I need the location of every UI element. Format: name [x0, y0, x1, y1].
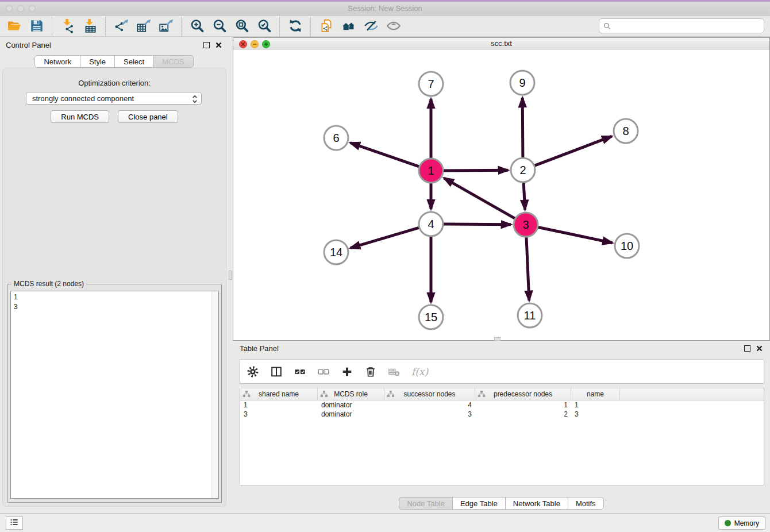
show-all-button[interactable] [384, 17, 403, 36]
horizontal-splitter-handle[interactable] [494, 337, 500, 341]
table-cell-mcds-role[interactable]: dominator [318, 410, 384, 419]
graph-edge-2-9[interactable] [522, 98, 523, 157]
graph-edge-4-14[interactable] [351, 228, 419, 248]
unselect-all-columns-button[interactable] [316, 364, 331, 379]
duplicate-network-button[interactable] [317, 17, 336, 36]
graph-edge-1-6[interactable] [351, 143, 419, 167]
graph-edge-3-1[interactable] [444, 178, 515, 218]
import-network-button[interactable] [58, 17, 77, 36]
zoom-out-button[interactable] [210, 17, 229, 36]
graph-node-4[interactable]: 4 [419, 212, 443, 236]
float-icon[interactable] [744, 345, 750, 352]
zoom-in-button[interactable] [187, 17, 206, 36]
run-mcds-button[interactable]: Run MCDS [51, 110, 109, 123]
graph-edge-3-10[interactable] [538, 228, 613, 243]
column-header-name[interactable]: name [571, 388, 620, 400]
select-all-columns-button[interactable] [292, 364, 307, 379]
graph-node-1[interactable]: 1 [419, 159, 443, 183]
tab-motifs[interactable]: Motifs [568, 497, 604, 510]
table-row[interactable]: 1dominator411 [240, 400, 764, 410]
tab-node-table[interactable]: Node Table [399, 497, 453, 510]
fit-content-button[interactable] [232, 17, 251, 36]
table-cell-name[interactable]: 3 [571, 410, 620, 419]
graph-node-7[interactable]: 7 [419, 72, 443, 96]
table-cell-predecessor-nodes[interactable]: 1 [475, 400, 571, 410]
network-window-titlebar[interactable]: scc.txt [233, 38, 769, 51]
table-cell-mcds-role[interactable]: dominator [318, 400, 384, 410]
close-panel-button[interactable]: Close panel [118, 110, 178, 123]
network-graph: 1234678910111415 [233, 50, 769, 340]
graph-edge-2-3[interactable] [523, 183, 525, 210]
graph-node-10[interactable]: 10 [615, 234, 639, 258]
table-cell-name[interactable]: 1 [571, 400, 620, 410]
save-session-icon [29, 18, 44, 33]
toolbar-group [187, 17, 274, 36]
table-cell-shared-name[interactable]: 3 [240, 410, 318, 419]
tab-mcds[interactable]: MCDS [153, 55, 193, 68]
control-panel-title: Control Panel [6, 41, 51, 49]
tab-style[interactable]: Style [80, 55, 115, 68]
mcds-result-text[interactable]: 1 3 [10, 291, 219, 499]
delete-columns-button[interactable] [363, 364, 378, 379]
close-icon[interactable] [756, 345, 763, 352]
network-canvas[interactable]: 1234678910111415 [233, 50, 769, 340]
mcds-result-title: MCDS result (2 nodes) [11, 280, 86, 288]
column-label: predecessor nodes [494, 390, 552, 398]
float-icon[interactable] [203, 42, 210, 48]
graph-node-label: 4 [428, 218, 434, 230]
column-settings-button[interactable] [245, 364, 260, 379]
graph-edge-2-8[interactable] [535, 136, 612, 165]
graph-edge-4-3[interactable] [444, 224, 511, 225]
import-table-button[interactable] [80, 17, 99, 36]
close-icon[interactable] [239, 40, 247, 48]
vertical-splitter-handle[interactable] [229, 271, 232, 280]
graph-node-2[interactable]: 2 [511, 158, 535, 182]
table-tabs: Node TableEdge TableNetwork TableMotifs [233, 497, 770, 510]
first-neighbors-button[interactable] [339, 17, 358, 36]
table-cell-predecessor-nodes[interactable]: 2 [475, 410, 571, 419]
unselect-all-columns-icon [317, 365, 330, 378]
column-header-mcds-role[interactable]: MCDS role [318, 388, 384, 400]
export-table-button[interactable] [134, 17, 153, 36]
graph-node-3[interactable]: 3 [514, 213, 538, 237]
task-history-button[interactable] [6, 516, 23, 530]
toolbar-separator [279, 17, 280, 36]
graph-node-6[interactable]: 6 [324, 126, 348, 150]
column-header-predecessor-nodes[interactable]: predecessor nodes [475, 388, 571, 400]
apply-layout-button[interactable] [286, 17, 305, 36]
table-cell-successor-nodes[interactable]: 4 [384, 400, 475, 410]
open-session-button[interactable] [5, 17, 24, 36]
graph-edge-3-11[interactable] [526, 237, 529, 300]
graph-node-14[interactable]: 14 [324, 240, 348, 264]
create-column-button[interactable] [340, 364, 355, 379]
zoom-selected-button[interactable] [255, 17, 274, 36]
graph-node-8[interactable]: 8 [614, 119, 638, 143]
tab-select[interactable]: Select [115, 55, 153, 68]
table-cell-shared-name[interactable]: 1 [240, 400, 318, 410]
search-input[interactable] [599, 18, 764, 33]
result-scrollbar[interactable] [211, 291, 218, 498]
tab-network-table[interactable]: Network Table [506, 497, 568, 510]
save-session-button[interactable] [27, 17, 46, 36]
mcds-buttons: Run MCDS Close panel [3, 110, 226, 123]
column-header-successor-nodes[interactable]: successor nodes [384, 388, 475, 400]
close-icon[interactable] [215, 42, 222, 48]
optimization-select[interactable]: strongly connected component [26, 92, 202, 105]
export-image-button[interactable] [156, 17, 175, 36]
export-network-button[interactable] [111, 17, 130, 36]
tab-network[interactable]: Network [34, 55, 80, 68]
zoom-icon[interactable] [262, 40, 270, 48]
toggle-columns-button[interactable] [269, 364, 284, 379]
column-header-shared-name[interactable]: shared name [240, 388, 318, 400]
graph-node-11[interactable]: 11 [518, 303, 542, 327]
graph-node-9[interactable]: 9 [510, 71, 534, 95]
graph-node-label: 2 [519, 164, 526, 176]
table-row[interactable]: 3dominator323 [240, 410, 764, 419]
graph-edge-1-2[interactable] [444, 170, 508, 171]
table-cell-successor-nodes[interactable]: 3 [384, 410, 475, 419]
graph-node-15[interactable]: 15 [419, 305, 443, 329]
memory-button[interactable]: Memory [718, 516, 765, 530]
tab-edge-table[interactable]: Edge Table [453, 497, 506, 510]
hide-selected-button[interactable] [361, 17, 380, 36]
minimize-icon[interactable] [251, 40, 259, 48]
